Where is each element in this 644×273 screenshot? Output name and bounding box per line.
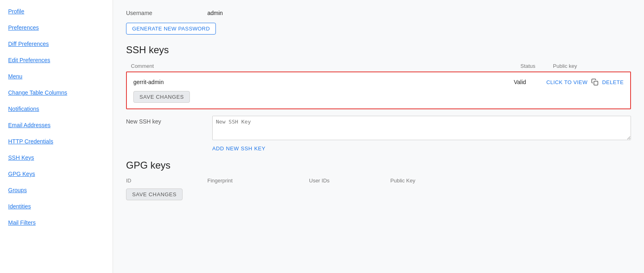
- add-ssh-row: ADD NEW SSH KEY: [212, 145, 631, 152]
- sidebar-item-email-addresses[interactable]: Email Addresses: [0, 117, 113, 133]
- ssh-key-status: Valid: [514, 79, 546, 85]
- click-to-view-button[interactable]: CLICK TO VIEW: [546, 79, 587, 85]
- ssh-table-header: Comment Status Public key: [126, 61, 631, 72]
- ssh-key-actions: CLICK TO VIEW DELETE: [546, 78, 624, 86]
- username-value: admin: [207, 10, 223, 16]
- gpg-header-public-key: Public Key: [390, 178, 631, 184]
- sidebar-item-mail-filters[interactable]: Mail Filters: [0, 214, 113, 231]
- save-changes-1-button[interactable]: SAVE CHANGES: [133, 91, 190, 103]
- ssh-key-highlighted-box: gerrit-admin Valid CLICK TO VIEW DELETE …: [126, 72, 631, 109]
- sidebar-item-groups[interactable]: Groups: [0, 182, 113, 198]
- sidebar-item-change-table-columns[interactable]: Change Table Columns: [0, 84, 113, 101]
- sidebar-item-identities[interactable]: Identities: [0, 198, 113, 214]
- sidebar-item-profile[interactable]: Profile: [0, 3, 113, 20]
- generate-password-button[interactable]: GENERATE NEW PASSWORD: [126, 23, 216, 35]
- svg-rect-0: [594, 81, 598, 85]
- ssh-section-title: SSH keys: [126, 44, 631, 56]
- gpg-header-user-ids: User IDs: [309, 178, 390, 184]
- gpg-header-fingerprint: Fingerprint: [207, 178, 309, 184]
- new-ssh-section: New SSH key: [126, 116, 631, 140]
- copy-icon[interactable]: [591, 78, 599, 86]
- sidebar-item-notifications[interactable]: Notifications: [0, 101, 113, 117]
- generate-password-section: GENERATE NEW PASSWORD: [126, 23, 631, 35]
- new-ssh-textarea[interactable]: [212, 116, 631, 140]
- new-ssh-label: New SSH key: [126, 116, 207, 125]
- sidebar: ProfilePreferencesDiff PreferencesEdit P…: [0, 0, 113, 273]
- header-public-key: Public key: [553, 63, 626, 69]
- sidebar-item-menu[interactable]: Menu: [0, 68, 113, 84]
- gpg-table-header: ID Fingerprint User IDs Public Key: [126, 176, 631, 185]
- sidebar-item-diff-preferences[interactable]: Diff Preferences: [0, 36, 113, 52]
- username-label: Username: [126, 10, 207, 16]
- sidebar-item-gpg-keys[interactable]: GPG Keys: [0, 166, 113, 182]
- ssh-key-row: gerrit-admin Valid CLICK TO VIEW DELETE: [133, 78, 624, 86]
- save-changes-1-row: SAVE CHANGES: [133, 91, 624, 103]
- gpg-section-title: GPG keys: [126, 160, 631, 171]
- sidebar-item-preferences[interactable]: Preferences: [0, 20, 113, 36]
- save-changes-2-button[interactable]: SAVE CHANGES: [126, 188, 183, 200]
- add-new-ssh-key-button[interactable]: ADD NEW SSH KEY: [212, 145, 265, 152]
- gpg-header-id: ID: [126, 178, 207, 184]
- header-comment: Comment: [131, 63, 520, 69]
- save-changes-2-row: SAVE CHANGES: [126, 188, 631, 200]
- sidebar-item-ssh-keys[interactable]: SSH Keys: [0, 150, 113, 166]
- sidebar-item-http-credentials[interactable]: HTTP Credentials: [0, 133, 113, 150]
- username-row: Username admin: [126, 10, 631, 16]
- header-status: Status: [520, 63, 553, 69]
- ssh-key-comment: gerrit-admin: [133, 79, 514, 85]
- delete-button[interactable]: DELETE: [602, 79, 624, 85]
- sidebar-item-edit-preferences[interactable]: Edit Preferences: [0, 52, 113, 68]
- main-content: Username admin GENERATE NEW PASSWORD SSH…: [113, 0, 644, 273]
